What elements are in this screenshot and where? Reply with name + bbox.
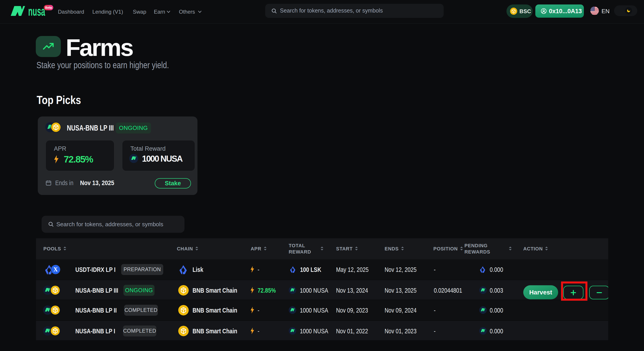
svg-text:X: X: [54, 266, 58, 273]
